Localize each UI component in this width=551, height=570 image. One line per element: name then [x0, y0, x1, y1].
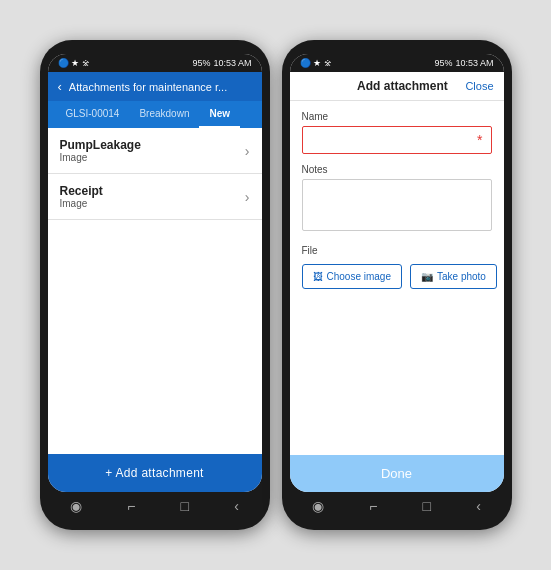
notes-label: Notes — [302, 164, 492, 175]
right-battery: 95% — [434, 58, 452, 68]
right-screen: 🔵 ★ ※ 95% 10:53 AM Add attachment Close … — [290, 54, 504, 492]
nav-home-btn[interactable]: □ — [423, 498, 431, 514]
left-battery: 95% — [192, 58, 210, 68]
nav-back-btn[interactable]: ◉ — [312, 498, 324, 514]
right-status-icons: 🔵 ★ ※ — [300, 58, 332, 68]
add-attachment-button[interactable]: + Add attachment — [48, 454, 262, 492]
choose-image-button[interactable]: 🖼 Choose image — [302, 264, 402, 289]
right-top-bar: Add attachment Close — [290, 72, 504, 101]
tab-glsi[interactable]: GLSI-00014 — [56, 101, 130, 128]
take-photo-button[interactable]: 📷 Take photo — [410, 264, 497, 289]
nav-recents-btn[interactable]: ⌐ — [127, 498, 135, 514]
name-label: Name — [302, 111, 492, 122]
tab-new[interactable]: New — [199, 101, 240, 128]
left-content-area: PumpLeakage Image › Receipt Image › — [48, 128, 262, 454]
camera-icon: 📷 — [421, 271, 433, 282]
right-phone-nav-bar: ◉ ⌐ □ ‹ — [290, 492, 504, 516]
list-item-pump-type: Image — [60, 152, 141, 163]
left-status-bar: 🔵 ★ ※ 95% 10:53 AM — [48, 54, 262, 72]
list-item-pump-name: PumpLeakage — [60, 138, 141, 152]
left-phone: 🔵 ★ ※ 95% 10:53 AM ‹ Attachments for mai… — [40, 40, 270, 530]
name-input[interactable]: * — [302, 126, 492, 154]
nav-back-btn[interactable]: ◉ — [70, 498, 82, 514]
left-nav-header: ‹ Attachments for maintenance r... — [48, 72, 262, 101]
done-button[interactable]: Done — [290, 455, 504, 492]
left-tab-bar: GLSI-00014 Breakdown New — [48, 101, 262, 128]
nav-back-btn[interactable]: ‹ — [234, 498, 239, 514]
image-icon: 🖼 — [313, 271, 323, 282]
name-field: Name * — [302, 111, 492, 154]
list-item-receipt-name: Receipt — [60, 184, 103, 198]
notes-input[interactable] — [302, 179, 492, 231]
close-button[interactable]: Close — [465, 80, 493, 92]
file-buttons: 🖼 Choose image 📷 Take photo — [302, 264, 492, 289]
notes-field: Notes — [302, 164, 492, 235]
form-area: Name * Notes File 🖼 Choose — [290, 101, 504, 455]
file-section: File 🖼 Choose image 📷 Take photo — [302, 245, 492, 289]
nav-back-btn[interactable]: ‹ — [476, 498, 481, 514]
nav-home-btn[interactable]: □ — [181, 498, 189, 514]
back-arrow-icon[interactable]: ‹ — [58, 79, 62, 94]
chevron-right-icon: › — [245, 143, 250, 159]
phones-container: 🔵 ★ ※ 95% 10:53 AM ‹ Attachments for mai… — [40, 40, 512, 530]
chevron-right-icon: › — [245, 189, 250, 205]
left-status-icons: 🔵 ★ ※ — [58, 58, 90, 68]
nav-recents-btn[interactable]: ⌐ — [369, 498, 377, 514]
add-attachment-title: Add attachment — [357, 79, 448, 93]
left-screen: 🔵 ★ ※ 95% 10:53 AM ‹ Attachments for mai… — [48, 54, 262, 492]
list-item-receipt-type: Image — [60, 198, 103, 209]
list-item[interactable]: PumpLeakage Image › — [48, 128, 262, 174]
left-phone-nav-bar: ◉ ⌐ □ ‹ — [48, 492, 262, 516]
left-status-right: 95% 10:53 AM — [192, 58, 251, 68]
file-label: File — [302, 245, 492, 256]
right-status-bar: 🔵 ★ ※ 95% 10:53 AM — [290, 54, 504, 72]
choose-image-label: Choose image — [327, 271, 391, 282]
right-status-right: 95% 10:53 AM — [434, 58, 493, 68]
right-phone: 🔵 ★ ※ 95% 10:53 AM Add attachment Close … — [282, 40, 512, 530]
list-item[interactable]: Receipt Image › — [48, 174, 262, 220]
left-time: 10:53 AM — [213, 58, 251, 68]
list-item-receipt-info: Receipt Image — [60, 184, 103, 209]
right-time: 10:53 AM — [455, 58, 493, 68]
required-star: * — [477, 132, 482, 148]
take-photo-label: Take photo — [437, 271, 486, 282]
list-item-pump-info: PumpLeakage Image — [60, 138, 141, 163]
tab-breakdown[interactable]: Breakdown — [129, 101, 199, 128]
left-nav-title: Attachments for maintenance r... — [69, 81, 227, 93]
